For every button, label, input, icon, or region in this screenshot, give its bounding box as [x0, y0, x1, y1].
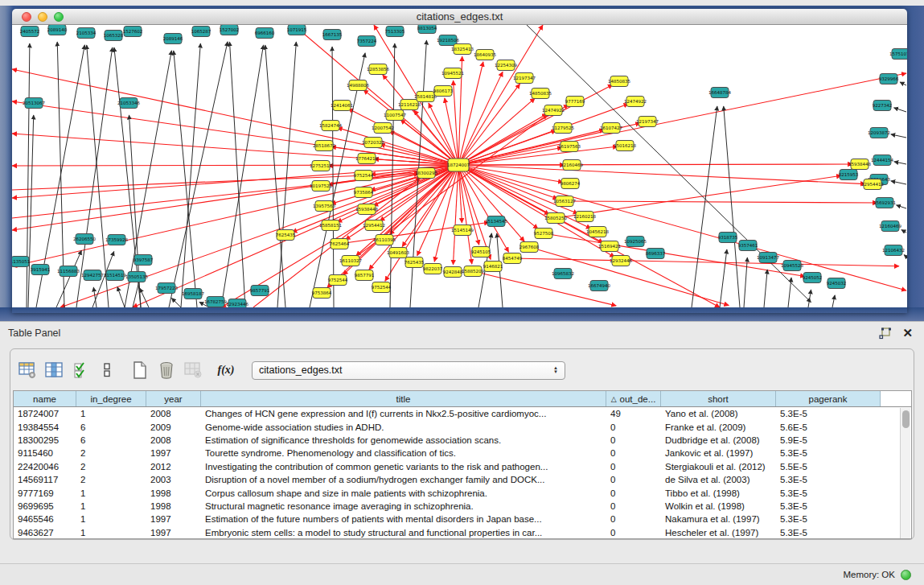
- network-node[interactable]: 12414061: [331, 101, 353, 111]
- network-node[interactable]: 14850835: [529, 89, 552, 99]
- column-header-title[interactable]: title: [201, 391, 606, 406]
- network-node[interactable]: 1065328: [104, 31, 124, 41]
- network-node[interactable]: 15805250: [544, 213, 567, 224]
- table-row[interactable]: 2242004622012Investigating the contribut…: [14, 460, 911, 473]
- network-node[interactable]: 9753864: [312, 288, 332, 299]
- scrollbar-thumb[interactable]: [902, 410, 910, 428]
- network-node-hub[interactable]: 18724007: [447, 159, 470, 171]
- network-node[interactable]: 16958187: [182, 289, 204, 299]
- network-node[interactable]: 12160469: [879, 221, 901, 232]
- network-node[interactable]: 1065287: [191, 27, 211, 37]
- network-node[interactable]: 14850835: [608, 76, 630, 87]
- network-node[interactable]: 7357224: [357, 36, 377, 47]
- network-node[interactable]: 13505135: [125, 272, 148, 282]
- network-node[interactable]: 10913477: [757, 253, 779, 263]
- network-node[interactable]: 12160469: [561, 160, 583, 171]
- network-node[interactable]: 10491603: [387, 248, 409, 258]
- network-node[interactable]: 9735864: [354, 187, 374, 198]
- network-node[interactable]: 1135051: [12, 257, 30, 267]
- network-node[interactable]: 8813054: [417, 25, 437, 34]
- network-node[interactable]: 7625435: [276, 230, 296, 241]
- network-node[interactable]: 10925065: [624, 237, 647, 247]
- new-table-icon[interactable]: [128, 359, 152, 381]
- table-row[interactable]: 977716911998Corpus callosum shape and si…: [14, 486, 911, 499]
- function-builder-icon[interactable]: f(x): [214, 359, 238, 381]
- network-node[interactable]: 15016218: [614, 141, 636, 151]
- network-node[interactable]: 1527002: [220, 25, 240, 35]
- network-node[interactable]: 1667135: [322, 30, 343, 40]
- network-node[interactable]: 2089146: [163, 34, 183, 44]
- network-node[interactable]: 12853856: [367, 64, 389, 75]
- column-header-pagerank[interactable]: pagerank: [776, 391, 881, 406]
- network-node[interactable]: 9752544: [372, 282, 392, 293]
- table-row[interactable]: 1830029562008Estimation of significance …: [14, 434, 911, 447]
- network-node[interactable]: 15692931: [873, 198, 896, 208]
- network-node[interactable]: 10965832: [552, 269, 574, 279]
- show-columns-icon[interactable]: [42, 359, 66, 381]
- network-node[interactable]: 15824744: [319, 121, 342, 131]
- network-node[interactable]: 17957223: [155, 283, 178, 294]
- network-node[interactable]: 7625464: [330, 239, 350, 249]
- network-node[interactable]: 9527508: [534, 229, 554, 239]
- column-header-out_de[interactable]: △out_de...: [606, 391, 661, 406]
- network-node[interactable]: 18325413: [451, 44, 474, 55]
- network-node[interactable]: 11007547: [384, 110, 406, 121]
- network-node[interactable]: 14988806: [347, 80, 369, 91]
- network-node[interactable]: 10197521: [310, 181, 332, 192]
- close-panel-icon[interactable]: ✕: [902, 326, 913, 340]
- network-node[interactable]: 26206550: [73, 234, 96, 245]
- table-row[interactable]: 946362711997Embryonic stem cells: a mode…: [14, 526, 911, 539]
- network-node[interactable]: 9857791: [355, 270, 375, 281]
- network-node[interactable]: 6966160: [255, 28, 275, 39]
- network-canvas[interactable]: 2405572208914021053341065328152760220891…: [12, 25, 907, 307]
- network-node[interactable]: 9822037: [423, 264, 443, 274]
- network-node[interactable]: 1527602: [123, 27, 143, 37]
- network-node[interactable]: 15858151: [319, 220, 342, 231]
- network-node[interactable]: 9357461: [738, 241, 758, 251]
- network-node[interactable]: 12197347: [513, 73, 536, 84]
- network-node[interactable]: 9227342: [873, 101, 893, 111]
- network-node[interactable]: 16197563: [558, 142, 581, 152]
- network-node[interactable]: 9245032: [827, 278, 847, 289]
- network-node[interactable]: 11514519: [104, 270, 126, 281]
- table-row[interactable]: 1872400712008Changes of HCN gene express…: [14, 407, 911, 420]
- column-header-short[interactable]: short: [661, 391, 776, 406]
- network-node[interactable]: 15751074: [889, 49, 907, 60]
- network-node[interactable]: 15885209: [462, 266, 484, 277]
- network-node[interactable]: 7625435: [405, 257, 425, 268]
- network-node[interactable]: 17359928: [105, 235, 128, 245]
- network-node[interactable]: 15134545: [485, 216, 507, 227]
- network-node[interactable]: 9752544: [354, 171, 374, 181]
- network-window-titlebar[interactable]: citations_edges.txt: [12, 9, 907, 25]
- float-panel-icon[interactable]: [879, 328, 892, 340]
- network-node[interactable]: 3915941: [31, 265, 51, 275]
- network-node[interactable]: 12106432: [882, 245, 905, 256]
- network-node[interactable]: 13957563: [313, 201, 335, 212]
- table-mode-icon[interactable]: [15, 359, 39, 381]
- network-node[interactable]: 16674940: [588, 281, 610, 291]
- select-all-icon[interactable]: [68, 359, 92, 381]
- network-node[interactable]: 15145149: [451, 225, 474, 236]
- network-node[interactable]: 9806173: [433, 86, 454, 97]
- network-node[interactable]: 1071915: [287, 25, 307, 35]
- row-height-icon[interactable]: [95, 359, 119, 381]
- network-node[interactable]: 15169421: [598, 241, 621, 252]
- network-node[interactable]: 15938448: [848, 159, 871, 170]
- network-node[interactable]: 18640935: [474, 50, 496, 60]
- network-node[interactable]: 9146821: [483, 262, 503, 272]
- network-node[interactable]: 2089140: [47, 25, 68, 35]
- network-node[interactable]: 9329966: [879, 74, 899, 84]
- network-node[interactable]: 20513067: [23, 98, 45, 109]
- network-node[interactable]: 11279525: [552, 123, 574, 134]
- network-node[interactable]: 12752517: [310, 161, 332, 171]
- network-node[interactable]: 12254309: [495, 60, 517, 71]
- network-node[interactable]: 9245105: [471, 247, 491, 257]
- network-node[interactable]: 10945521: [441, 68, 464, 79]
- table-row[interactable]: 969969511998Structural magnetic resonanc…: [14, 500, 911, 513]
- network-node[interactable]: 2405572: [20, 27, 40, 37]
- network-node[interactable]: 12923446: [226, 299, 248, 308]
- column-header-name[interactable]: name: [14, 391, 76, 406]
- network-node[interactable]: 15938448: [355, 204, 378, 215]
- network-node[interactable]: 12444154: [871, 155, 893, 166]
- network-node[interactable]: 21053346: [117, 98, 140, 109]
